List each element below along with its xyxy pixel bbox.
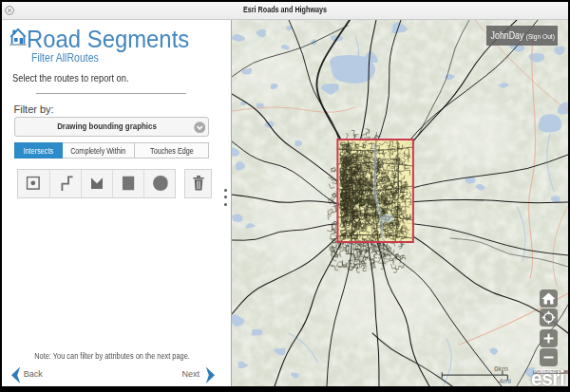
- svg-text:4mi: 4mi: [499, 377, 511, 385]
- svg-text:6km: 6km: [494, 364, 508, 373]
